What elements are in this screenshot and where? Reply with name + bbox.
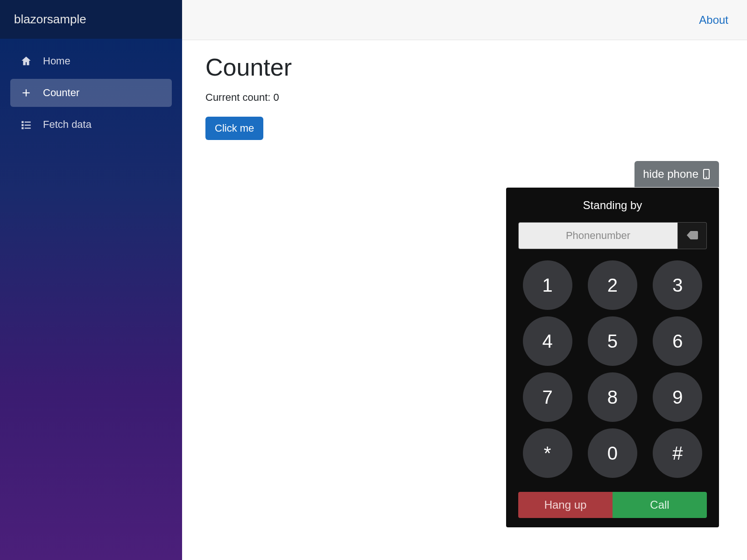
keypad-2[interactable]: 2 [588,260,637,310]
keypad-9[interactable]: 9 [653,372,702,422]
sidebar-item-counter[interactable]: Counter [10,79,172,107]
about-link[interactable]: About [699,14,728,27]
keypad-8[interactable]: 8 [588,372,637,422]
backspace-icon [687,231,698,241]
sidebar: blazorsample Home Counter Fetch data [0,0,182,560]
list-icon [20,118,33,131]
keypad-3[interactable]: 3 [653,260,702,310]
sidebar-item-fetch-data[interactable]: Fetch data [10,111,172,139]
sidebar-item-label: Counter [43,87,79,99]
keypad-0[interactable]: 0 [588,428,637,478]
hide-phone-label: hide phone [643,168,698,181]
keypad-6[interactable]: 6 [653,316,702,366]
keypad-4[interactable]: 4 [523,316,572,366]
phone-number-input[interactable] [518,222,678,249]
call-button[interactable]: Call [613,492,707,518]
sidebar-item-home[interactable]: Home [10,47,172,75]
count-text: Current count: 0 [205,91,724,104]
nav: Home Counter Fetch data [0,39,182,147]
keypad-5[interactable]: 5 [588,316,637,366]
topbar: About [182,0,747,40]
keypad-hash[interactable]: # [653,428,702,478]
home-icon [20,55,33,68]
phone-status: Standing by [518,199,707,212]
click-me-button[interactable]: Click me [205,117,263,140]
phone-icon [703,168,711,180]
sidebar-item-label: Fetch data [43,119,92,131]
plus-icon [20,86,33,99]
svg-point-1 [706,177,707,178]
keypad-star[interactable]: * [523,428,572,478]
keypad-1[interactable]: 1 [523,260,572,310]
keypad-7[interactable]: 7 [523,372,572,422]
phone-panel: Standing by 1 2 3 4 5 6 7 8 9 * 0 # Hang… [506,188,719,527]
hangup-button[interactable]: Hang up [518,492,613,518]
sidebar-item-label: Home [43,55,70,67]
content: Counter Current count: 0 Click me [182,40,747,153]
page-title: Counter [205,53,724,81]
backspace-button[interactable] [678,222,707,249]
keypad: 1 2 3 4 5 6 7 8 9 * 0 # [518,260,707,478]
hide-phone-tab[interactable]: hide phone [634,161,719,187]
phone-input-row [518,222,707,249]
call-row: Hang up Call [518,492,707,518]
brand-title: blazorsample [0,0,182,39]
